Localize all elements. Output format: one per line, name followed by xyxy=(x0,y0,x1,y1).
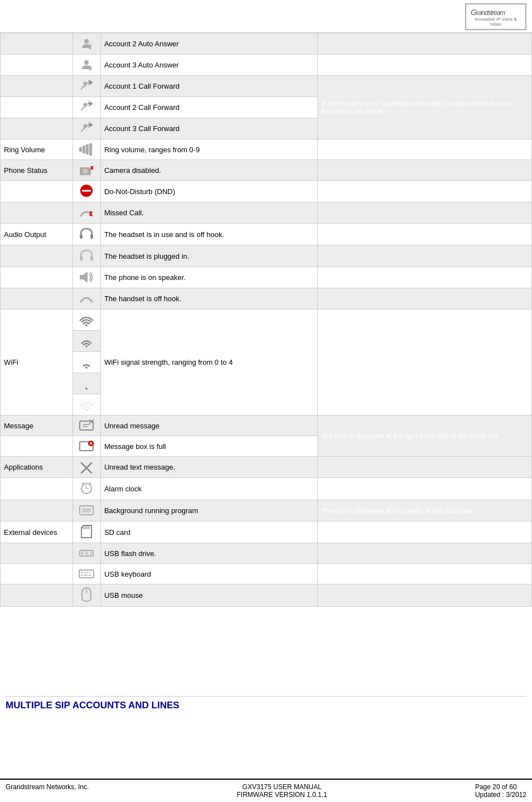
icon-cell xyxy=(72,436,100,457)
table-row: The phone is on speaker. xyxy=(1,267,532,288)
svg-rect-60 xyxy=(89,572,91,573)
table-row: USB mouse xyxy=(1,584,532,607)
icon-cell xyxy=(72,394,100,416)
note-cell xyxy=(318,543,532,564)
svg-point-13 xyxy=(84,170,87,173)
footer-page: Page 20 of 60 Updated : 3/2012 xyxy=(475,783,526,799)
svg-rect-57 xyxy=(81,572,83,573)
svg-point-25 xyxy=(85,324,88,326)
category-cell xyxy=(1,76,73,97)
account2-auto-answer-desc: Account 2 Auto Answer xyxy=(100,33,318,55)
usb-keyboard-desc: USB keyboard xyxy=(100,564,318,584)
logo-text: Grandstream xyxy=(471,7,521,17)
headset-in-use-desc: The headset is in use and is off hook. xyxy=(100,224,318,245)
message-note: The icon is displayed at the right hand … xyxy=(318,416,532,457)
svg-point-27 xyxy=(85,366,88,369)
background-program-note: The icon is displayed at the center of t… xyxy=(318,500,532,521)
missed-call-desc: Missed Call. xyxy=(100,202,318,224)
alarm-clock-icon xyxy=(79,480,94,496)
note-cell xyxy=(318,564,532,584)
note-cell xyxy=(318,224,532,245)
table-row: The headset is plugged in. xyxy=(1,245,532,267)
svg-line-45 xyxy=(89,482,91,484)
usb-flash-desc: USB flash drive. xyxy=(100,543,318,564)
icon-cell xyxy=(72,543,100,564)
category-cell xyxy=(1,288,73,310)
table-row: Phone Status Camera disabled. xyxy=(1,160,532,181)
handset-off-hook-icon xyxy=(79,291,94,306)
table-row: WiFi WiFi signal strength, ranging from … xyxy=(1,310,532,331)
svg-rect-9 xyxy=(86,144,89,154)
svg-point-26 xyxy=(85,345,88,347)
bottom-section: MULTIPLE SIP ACCOUNTS AND LINES xyxy=(0,607,532,721)
note-cell xyxy=(318,457,532,478)
table-row: USB flash drive. xyxy=(1,543,532,564)
icon-cell xyxy=(72,267,100,288)
note-cell xyxy=(318,584,532,607)
svg-rect-58 xyxy=(84,572,85,573)
headset-in-use-icon xyxy=(79,226,94,241)
table-row: Alarm clock xyxy=(1,478,532,500)
category-cell xyxy=(1,118,73,139)
icon-cell xyxy=(72,416,100,436)
icon-cell xyxy=(72,457,100,478)
icon-cell: 3 xyxy=(72,55,100,76)
wifi-category: WiFi xyxy=(1,310,73,416)
wifi-strength1-icon xyxy=(79,375,94,391)
missed-call-icon xyxy=(79,205,94,220)
camera-disabled-icon xyxy=(79,162,94,178)
audio-output-category: Audio Output xyxy=(1,224,73,245)
svg-rect-56 xyxy=(79,570,94,578)
ring-volume-category: Ring Volume xyxy=(1,139,73,160)
unread-text-message-desc: Unread text message. xyxy=(100,457,318,478)
icon-cell xyxy=(72,202,100,224)
camera-disabled-desc: Camera disabled. xyxy=(100,160,318,181)
category-cell xyxy=(1,500,73,521)
usb-mouse-icon xyxy=(79,587,94,602)
category-cell xyxy=(1,245,73,267)
applications-category: Applications xyxy=(1,457,73,478)
unread-message-desc: Unread message xyxy=(100,416,318,436)
wifi-note xyxy=(318,310,532,416)
wifi-strength0-icon xyxy=(79,397,94,412)
speaker-icon xyxy=(79,269,94,285)
icon-cell xyxy=(72,97,100,118)
account1-call-forward-icon xyxy=(79,78,94,94)
svg-rect-55 xyxy=(90,552,92,555)
ring-volume-desc: Ring volume, ranges from 0-9 xyxy=(100,139,318,160)
category-cell xyxy=(1,55,73,76)
note-cell xyxy=(318,139,532,160)
svg-point-6 xyxy=(84,124,88,128)
dnd-desc: Do-Not-Disturb (DND) xyxy=(100,181,318,202)
icon-cell xyxy=(72,288,100,310)
note-cell xyxy=(318,202,532,224)
category-cell xyxy=(1,564,73,584)
svg-rect-20 xyxy=(80,234,83,239)
wifi-strength4-icon xyxy=(79,312,94,327)
table-row: Applications Unread text message. xyxy=(1,457,532,478)
footer-product: GXV3175 USER MANUAL FIRMWARE VERSION 1.0… xyxy=(237,783,327,799)
usb-keyboard-icon xyxy=(79,566,94,582)
table-row: Account 1 Call Forward If call forward i… xyxy=(1,76,532,97)
svg-point-28 xyxy=(85,388,88,390)
logo: Grandstream Innovative IP Voice & Video xyxy=(465,3,526,30)
account2-call-forward-icon xyxy=(79,99,94,115)
headset-plugged-icon xyxy=(79,248,94,263)
status-icons-table: 2 Account 2 Auto Answer 3 Account 3 Auto… xyxy=(0,33,532,607)
handset-off-hook-desc: The handset is off hook. xyxy=(100,288,318,310)
alarm-clock-desc: Alarm clock xyxy=(100,478,318,500)
svg-rect-63 xyxy=(89,574,91,576)
table-row: 2 Account 2 Auto Answer xyxy=(1,33,532,55)
svg-rect-59 xyxy=(86,572,88,573)
category-cell xyxy=(1,436,73,457)
table-row: Ring Volume Ring volume, ranges from 0-9 xyxy=(1,139,532,160)
icon-cell xyxy=(72,224,100,245)
svg-rect-21 xyxy=(90,234,93,239)
category-cell xyxy=(1,202,73,224)
svg-text:2: 2 xyxy=(89,44,92,50)
table-row: External devices SD card xyxy=(1,521,532,543)
account3-call-forward-desc: Account 3 Call Forward xyxy=(100,118,318,139)
svg-rect-23 xyxy=(90,256,93,260)
category-cell xyxy=(1,584,73,607)
icon-cell xyxy=(72,139,100,160)
